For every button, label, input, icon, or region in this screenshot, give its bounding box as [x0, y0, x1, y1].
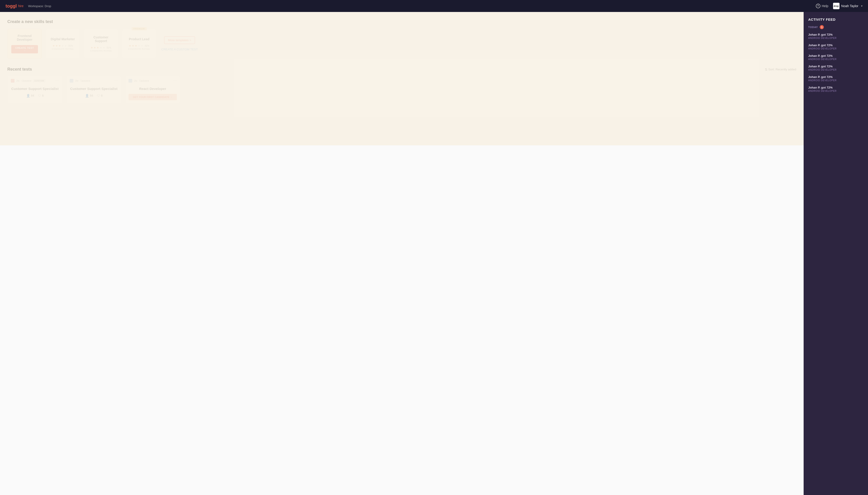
help-label: Help — [822, 4, 829, 8]
test-card-header: 2w · Updated CUSTOM ⋯ — [7, 76, 62, 85]
test-card-header: 2w · Updated ⋯ — [125, 76, 180, 85]
template-card-name: Frontend Developer — [11, 34, 38, 41]
create-test-button[interactable]: CREATE TEST → — [11, 45, 38, 53]
help-icon: ? — [816, 4, 820, 8]
navbar-right: ? Help drop Noah Taylor ▾ — [816, 3, 863, 9]
star-icon: ★ — [91, 46, 93, 49]
candidates-count: 84 — [31, 94, 34, 97]
star-icon: ★ — [97, 46, 99, 49]
logo: toggl hire — [5, 3, 23, 9]
test-updated: 2w · Updated — [16, 79, 31, 82]
template-card-digital: Digital Marketer ★ ★ ★ ★ ★ 91% CANDIDATE… — [46, 29, 80, 59]
user-menu[interactable]: drop Noah Taylor ▾ — [833, 3, 863, 9]
navbar: toggl hire Workspace: Drop ? Help drop N… — [0, 0, 868, 12]
user-name: Noah Taylor — [841, 4, 858, 8]
template-card-name: Product Lead — [129, 37, 149, 41]
feed-item-name: Johan P. got 72% — [808, 86, 863, 89]
skills-count: 6 — [42, 94, 44, 97]
recent-tests-header: Recent tests ⇅ Sort: Recently added — [7, 67, 796, 72]
test-card-title: Customer Support Specialist — [70, 86, 118, 91]
candidates-icon: 👤 — [26, 94, 30, 98]
feed-item: Johan P. got 72% ANDROID DEVELOPER — [808, 65, 863, 71]
test-card-meta: 2w · Updated CUSTOM — [11, 79, 46, 83]
feed-today-badge: 1 — [820, 25, 824, 29]
candidates-icon: 👤 — [85, 94, 89, 98]
test-card-header: 2w · Updated ⋯ — [67, 76, 121, 85]
shield-icon: 🛡 — [97, 94, 100, 98]
feed-items-container: Johan P. got 72% ANDROID DEVELOPER Johan… — [808, 33, 863, 92]
premium-badge: PREMIUM — [132, 27, 147, 30]
candidate-label: CANDIDATE RATING — [128, 48, 150, 50]
feed-item: Johan P. got 72% ANDROID DEVELOPER — [808, 75, 863, 82]
activity-feed-title: Activity Feed — [808, 17, 863, 21]
feed-item-name: Johan P. got 72% — [808, 65, 863, 68]
test-card-meta: 2w · Updated — [70, 79, 90, 83]
test-stats: 👤 84 🛡 6 — [11, 94, 59, 98]
feed-item-sub: ANDROID DEVELOPER — [808, 58, 863, 61]
stars-row: ★ ★ ★ ★ ★ 91% — [52, 44, 73, 47]
feed-item: Johan P. got 72% ANDROID DEVELOPER — [808, 33, 863, 39]
test-more-button[interactable]: ⋯ — [114, 79, 118, 83]
star-empty-icon: ★ — [64, 44, 67, 47]
sort-dropdown[interactable]: ⇅ Sort: Recently added — [765, 68, 796, 71]
test-stats: 👤 84 🛡 6 — [70, 94, 118, 98]
star-empty-icon: ★ — [103, 46, 105, 49]
sort-label-text: Sort: Recently added — [768, 68, 796, 71]
star-icon: ★ — [93, 46, 96, 49]
template-card-name: Digital Marketer — [51, 37, 75, 41]
feed-item-sub: ANDROID DEVELOPER — [808, 79, 863, 82]
stars-row: ★ ★ ★ ★ ★ 91% — [91, 46, 111, 49]
template-card-product: PREMIUM Product Lead ★ ★ ★ ★ ★ 91% CANDI… — [122, 29, 156, 59]
candidates-count: 84 — [90, 94, 93, 97]
feed-item-name: Johan P. got 72% — [808, 75, 863, 79]
test-card-body: React Developer GET YOUR FIRST CANDIDATE… — [125, 85, 180, 103]
template-card-frontend: Frontend Developer CREATE TEST → — [7, 29, 42, 59]
feed-item: Johan P. got 72% ANDROID DEVELOPER — [808, 86, 863, 92]
test-icon — [70, 79, 73, 83]
feed-item-sub: ANDROID DEVELOPER — [808, 37, 863, 39]
rating-text: 91% — [106, 47, 111, 49]
chevron-down-icon: ▾ — [861, 4, 863, 7]
template-card-name: Customer Support — [88, 35, 114, 43]
star-icon: ★ — [132, 44, 134, 47]
activity-feed: Activity Feed TODAY 1 Johan P. got 72% A… — [804, 12, 868, 495]
tests-row: 2w · Updated CUSTOM ⋯ Customer Support S… — [7, 75, 796, 104]
feed-item-sub: ANDROID DEVELOPER — [808, 69, 863, 71]
skills-stat: 🛡 6 — [97, 94, 103, 98]
feed-item-sub: ANDROID DEVELOPER — [808, 47, 863, 50]
test-card-body: Customer Support Specialist 👤 84 🛡 6 — [67, 85, 121, 101]
test-more-button[interactable]: ⋯ — [55, 79, 59, 83]
candidates-stat: 👤 84 — [85, 94, 93, 98]
templates-section-title: Create a new skills test — [7, 19, 796, 24]
test-card-title: React Developer — [128, 86, 177, 91]
star-empty-icon: ★ — [62, 44, 64, 47]
main-content: Create a new skills test Frontend Develo… — [0, 12, 804, 495]
create-custom-test-link[interactable]: CREATE A CUSTOM TEST — [161, 48, 198, 51]
test-card-react: 2w · Updated ⋯ React Developer GET YOUR … — [125, 75, 180, 104]
test-card-body: Customer Support Specialist 👤 84 🛡 6 — [7, 85, 62, 101]
feed-item-name: Johan P. got 72% — [808, 44, 863, 47]
feed-item-name: Johan P. got 72% — [808, 33, 863, 36]
star-empty-icon: ★ — [100, 46, 102, 49]
feed-item: Johan P. got 72% ANDROID DEVELOPER — [808, 54, 863, 61]
star-icon: ★ — [135, 44, 137, 47]
test-card-css2: 2w · Updated ⋯ Customer Support Speciali… — [66, 75, 121, 104]
page-wrapper: Create a new skills test Frontend Develo… — [0, 12, 868, 495]
feed-item-sub: ANDROID DEVELOPER — [808, 90, 863, 92]
logo-hire: hire — [18, 4, 23, 8]
skills-stat: 🛡 6 — [38, 94, 44, 98]
feed-item: Johan P. got 72% ANDROID DEVELOPER — [808, 44, 863, 50]
feed-today-row: TODAY 1 — [808, 25, 863, 29]
more-templates-button[interactable]: More templates > — [164, 36, 195, 44]
get-candidate-button[interactable]: GET YOUR FIRST CANDIDATE → — [128, 94, 177, 100]
feed-item-name: Johan P. got 72% — [808, 54, 863, 57]
test-more-button[interactable]: ⋯ — [173, 79, 177, 83]
more-templates-area: More templates > CREATE A CUSTOM TEST — [160, 29, 199, 59]
candidate-label: CANDIDATE RATING — [90, 50, 112, 52]
star-icon: ★ — [129, 44, 131, 47]
test-icon — [11, 79, 15, 83]
test-card-css1: 2w · Updated CUSTOM ⋯ Customer Support S… — [7, 75, 63, 104]
test-updated: 2w · Updated — [134, 79, 149, 82]
help-button[interactable]: ? Help — [816, 4, 829, 8]
logo-text: toggl — [5, 3, 17, 9]
